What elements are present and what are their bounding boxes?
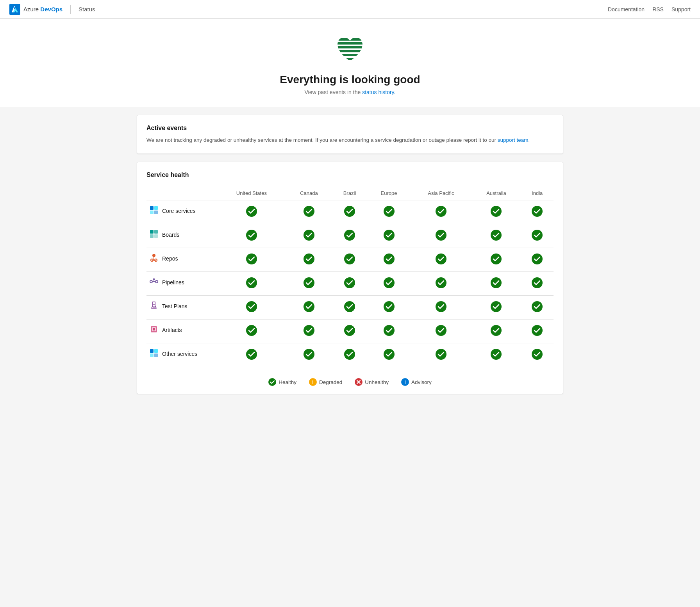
status-cell[interactable] xyxy=(521,296,554,320)
check-icon xyxy=(304,301,314,312)
status-cell[interactable] xyxy=(217,200,286,224)
status-cell[interactable] xyxy=(410,200,471,224)
svg-rect-1 xyxy=(334,38,366,41)
svg-point-36 xyxy=(246,254,257,264)
status-cell[interactable] xyxy=(286,296,332,320)
svg-point-23 xyxy=(246,230,257,241)
status-cell[interactable] xyxy=(217,320,286,343)
status-cell[interactable] xyxy=(332,224,368,248)
status-history-link[interactable]: status history. xyxy=(362,89,395,95)
svg-point-78 xyxy=(246,349,257,360)
status-cell[interactable] xyxy=(217,272,286,296)
status-cell[interactable] xyxy=(472,296,521,320)
status-cell[interactable] xyxy=(286,272,332,296)
check-icon xyxy=(246,325,257,336)
status-cell[interactable] xyxy=(368,224,410,248)
check-icon xyxy=(304,230,314,241)
status-cell[interactable] xyxy=(332,320,368,343)
status-cell[interactable] xyxy=(410,343,471,367)
check-icon xyxy=(304,254,314,264)
status-cell[interactable] xyxy=(332,272,368,296)
status-cell[interactable] xyxy=(521,248,554,272)
svg-point-82 xyxy=(436,349,446,360)
svg-rect-77 xyxy=(154,353,158,357)
support-team-link[interactable]: support team xyxy=(498,137,529,143)
status-cell[interactable] xyxy=(410,224,471,248)
status-cell[interactable] xyxy=(521,200,554,224)
status-cell[interactable] xyxy=(472,320,521,343)
status-cell[interactable] xyxy=(286,343,332,367)
status-cell[interactable] xyxy=(521,320,554,343)
status-cell[interactable] xyxy=(472,200,521,224)
service-cell[interactable]: Test Plans xyxy=(146,296,217,317)
check-icon xyxy=(384,349,395,360)
check-icon xyxy=(246,349,257,360)
legend: Healthy ! Degraded Unhealthy i xyxy=(146,370,554,394)
status-cell[interactable] xyxy=(217,343,286,367)
status-cell[interactable] xyxy=(368,296,410,320)
legend-advisory: i Advisory xyxy=(401,378,432,386)
status-cell[interactable] xyxy=(332,296,368,320)
status-cell[interactable] xyxy=(472,272,521,296)
status-cell[interactable] xyxy=(368,200,410,224)
status-cell[interactable] xyxy=(521,272,554,296)
header-status-text: Status xyxy=(79,6,95,12)
check-icon xyxy=(384,277,395,288)
svg-point-12 xyxy=(246,206,257,217)
col-us: United States xyxy=(217,186,286,200)
service-cell[interactable]: Other services xyxy=(146,343,217,364)
main-content: Active events We are not tracking any de… xyxy=(127,107,573,410)
check-icon xyxy=(304,349,314,360)
svg-point-67 xyxy=(246,325,257,336)
status-cell[interactable] xyxy=(472,224,521,248)
svg-point-69 xyxy=(344,325,355,336)
svg-point-40 xyxy=(436,254,446,264)
svg-rect-20 xyxy=(154,230,158,234)
status-cell[interactable] xyxy=(286,248,332,272)
service-cell[interactable]: Core services xyxy=(146,200,217,221)
col-asia: Asia Pacific xyxy=(410,186,471,200)
status-cell[interactable] xyxy=(286,200,332,224)
table-header: United States Canada Brazil Europe Asia … xyxy=(146,186,554,200)
service-cell[interactable]: Artifacts xyxy=(146,320,217,341)
unhealthy-legend-icon xyxy=(355,378,362,386)
status-cell[interactable] xyxy=(286,224,332,248)
service-health-title: Service health xyxy=(146,171,554,179)
status-cell[interactable] xyxy=(521,343,554,367)
status-cell[interactable] xyxy=(368,272,410,296)
status-cell[interactable] xyxy=(368,320,410,343)
status-cell[interactable] xyxy=(286,320,332,343)
status-cell[interactable] xyxy=(472,248,521,272)
status-cell[interactable] xyxy=(410,296,471,320)
status-cell[interactable] xyxy=(217,248,286,272)
status-cell[interactable] xyxy=(332,343,368,367)
status-cell[interactable] xyxy=(332,248,368,272)
check-icon xyxy=(246,206,257,217)
status-cell[interactable] xyxy=(332,200,368,224)
check-icon xyxy=(532,206,543,217)
service-cell[interactable]: Repos xyxy=(146,248,217,269)
status-cell[interactable] xyxy=(368,343,410,367)
check-icon xyxy=(384,206,395,217)
status-cell[interactable] xyxy=(368,248,410,272)
status-cell[interactable] xyxy=(410,272,471,296)
svg-text:i: i xyxy=(404,379,406,385)
status-cell[interactable] xyxy=(410,248,471,272)
status-cell[interactable] xyxy=(410,320,471,343)
status-cell[interactable] xyxy=(217,224,286,248)
status-cell[interactable] xyxy=(472,343,521,367)
status-cell[interactable] xyxy=(217,296,286,320)
documentation-link[interactable]: Documentation xyxy=(608,6,645,12)
svg-point-13 xyxy=(304,206,314,217)
table-row: Boards xyxy=(146,224,554,248)
status-cell[interactable] xyxy=(521,224,554,248)
svg-rect-9 xyxy=(154,206,158,210)
svg-point-28 xyxy=(491,230,502,241)
support-link[interactable]: Support xyxy=(671,6,691,12)
service-cell[interactable]: Boards xyxy=(146,224,217,245)
service-cell[interactable]: Pipelines xyxy=(146,272,217,293)
active-events-title: Active events xyxy=(146,125,554,132)
rss-link[interactable]: RSS xyxy=(652,6,664,12)
legend-healthy: Healthy xyxy=(268,378,296,386)
check-icon xyxy=(344,325,355,336)
